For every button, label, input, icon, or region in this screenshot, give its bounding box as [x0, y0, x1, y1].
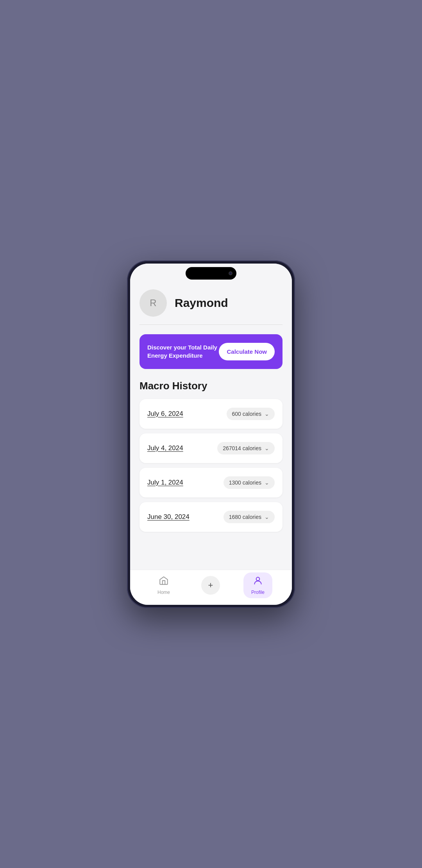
history-item[interactable]: June 30, 2024 1680 calories ⌄ [139, 502, 283, 532]
nav-item-home[interactable]: Home [150, 572, 178, 598]
nav-item-profile[interactable]: Profile [243, 572, 272, 598]
history-date: July 1, 2024 [147, 479, 183, 487]
calories-badge: 1300 calories ⌄ [224, 476, 275, 489]
tdee-banner: Discover your Total Daily Energy Expendi… [139, 334, 283, 369]
banner-text: Discover your Total Daily Energy Expendi… [147, 343, 218, 360]
profile-icon [253, 576, 263, 588]
nav-label-profile: Profile [251, 590, 265, 595]
history-item[interactable]: July 4, 2024 267014 calories ⌄ [139, 433, 283, 463]
chevron-down-icon: ⌄ [265, 445, 269, 451]
user-name: Raymond [175, 296, 228, 310]
section-title: Macro History [139, 380, 283, 392]
notch-area [130, 264, 292, 283]
home-icon [159, 576, 169, 588]
header: R Raymond [139, 289, 283, 317]
camera [229, 271, 232, 275]
bottom-spacer [139, 532, 283, 544]
calories-badge: 600 calories ⌄ [227, 408, 275, 420]
calories-text: 267014 calories [223, 445, 261, 451]
history-item[interactable]: July 6, 2024 600 calories ⌄ [139, 399, 283, 429]
history-date: July 6, 2024 [147, 410, 183, 418]
calories-text: 1680 calories [229, 514, 261, 520]
calories-text: 1300 calories [229, 479, 261, 486]
history-date: July 4, 2024 [147, 444, 183, 452]
macro-history-section: Macro History July 6, 2024 600 calories … [139, 380, 283, 532]
phone-frame: R Raymond Discover your Total Daily Ener… [127, 260, 295, 608]
nav-label-home: Home [157, 590, 170, 595]
chevron-down-icon: ⌄ [265, 514, 269, 520]
svg-point-0 [256, 577, 260, 581]
plus-icon: + [208, 580, 213, 590]
add-button[interactable]: + [201, 576, 220, 595]
history-date: June 30, 2024 [147, 513, 190, 521]
bottom-nav: Home + Profile [130, 570, 292, 605]
chevron-down-icon: ⌄ [265, 411, 269, 417]
calories-badge: 1680 calories ⌄ [224, 511, 275, 523]
history-list: July 6, 2024 600 calories ⌄ July 4, 2024… [139, 399, 283, 532]
history-item[interactable]: July 1, 2024 1300 calories ⌄ [139, 468, 283, 497]
content-area: R Raymond Discover your Total Daily Ener… [130, 283, 292, 570]
avatar: R [139, 289, 167, 317]
phone-screen: R Raymond Discover your Total Daily Ener… [130, 264, 292, 605]
header-divider [139, 324, 283, 325]
notch [186, 267, 236, 280]
calories-text: 600 calories [232, 411, 262, 417]
chevron-down-icon: ⌄ [265, 479, 269, 486]
calories-badge: 267014 calories ⌄ [217, 442, 275, 454]
calculate-now-button[interactable]: Calculate Now [219, 343, 275, 360]
